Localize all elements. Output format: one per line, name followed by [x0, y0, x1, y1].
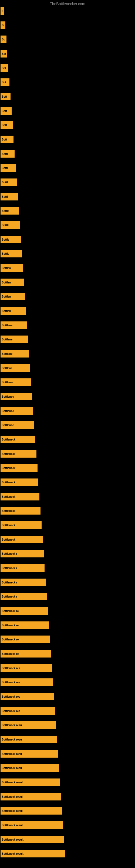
bar: Bottlenec	[1, 393, 32, 400]
bar-item: Bottleneck resul	[1, 807, 62, 814]
bar-label: Bottle	[2, 238, 9, 241]
bar-item: Bottleneck resu	[1, 750, 58, 757]
bar: Bottle	[1, 221, 20, 229]
bar-item: Bottleneck	[1, 464, 38, 472]
bar-item: Bottleneck	[1, 436, 35, 443]
bar-item: Bottlenec	[1, 421, 34, 429]
bar: Bot	[1, 64, 8, 72]
bar-item: Bottlen	[1, 293, 25, 300]
bar-label: Bottleneck	[2, 524, 15, 527]
bar-item: Bottleneck re	[1, 607, 48, 615]
bar-item: Bottleneck resu	[1, 736, 57, 743]
bar: Bottleneck resul	[1, 822, 63, 829]
bar: Bottlene	[1, 364, 30, 372]
bar: Bottlen	[1, 264, 23, 272]
bar: Bottl	[1, 193, 18, 200]
bar-label: Bottleneck res	[2, 681, 20, 684]
bar: Bott	[1, 107, 12, 115]
bar-item: Bottlene	[1, 364, 30, 372]
bar-label: Bottlene	[2, 324, 12, 327]
bar-item: Bot	[1, 79, 9, 86]
bar-item: Bott	[1, 107, 12, 115]
bar-label: Bottleneck resu	[2, 752, 22, 755]
bar-label: Bottlene	[2, 367, 12, 370]
bar: Bottl	[1, 150, 14, 158]
bar-label: Bott	[2, 138, 7, 141]
site-title: TheBottlenecker.com	[0, 0, 135, 7]
bar: Bottlenec	[1, 407, 33, 415]
bar-label: Bottleneck resu	[2, 724, 22, 727]
bar-item: Bott	[1, 93, 10, 100]
bar-label: Bo	[2, 9, 3, 12]
bar-label: Bot	[2, 67, 6, 70]
bar-label: Bottlene	[2, 352, 12, 355]
bar-item: Bott	[1, 135, 13, 143]
bar: Bottleneck	[1, 493, 39, 500]
bar-item: Bottlene	[1, 350, 29, 358]
bar-item: Bottleneck	[1, 521, 42, 529]
bar-label: Bottleneck re	[2, 624, 18, 627]
bar: Bottleneck	[1, 478, 38, 486]
bar-label: Bottle	[2, 252, 9, 255]
bar-label: Bot	[2, 38, 5, 41]
bar: Bottleneck r	[1, 593, 47, 600]
bar: Bottleneck result	[1, 850, 65, 858]
bar-item: Bo	[1, 22, 5, 29]
bar: Bottleneck resul	[1, 778, 60, 786]
bar-item: Bottleneck resu	[1, 721, 56, 729]
bar-label: Bottlen	[2, 281, 11, 284]
bar-item: Bott	[1, 121, 13, 129]
bar: Bottleneck resu	[1, 736, 57, 743]
bar: Bottlenec	[1, 421, 34, 429]
bar: Bottleneck re	[1, 650, 51, 657]
bar-label: Bottleneck re	[2, 610, 18, 613]
bar: Bottlene	[1, 350, 29, 358]
bar: Bottleneck resu	[1, 721, 56, 729]
bar: Bottlene	[1, 336, 28, 343]
bar-label: Bottleneck re	[2, 638, 18, 641]
bar: Bottle	[1, 236, 21, 243]
bar: Bottleneck r	[1, 564, 45, 572]
bar-label: Bottleneck res	[2, 695, 20, 698]
bar: Bottleneck r	[1, 550, 44, 557]
bar-item: Bottle	[1, 250, 22, 257]
bar-item: Bottl	[1, 150, 14, 158]
bar: Bott	[1, 135, 13, 143]
bar: Bottle	[1, 207, 19, 215]
bar-item: Bottleneck r	[1, 579, 46, 586]
bar: Bottleneck re	[1, 636, 50, 643]
bar: Bottleneck resul	[1, 807, 62, 814]
bar: Bottleneck	[1, 450, 37, 458]
bar-item: Bottleneck r	[1, 593, 47, 600]
bar-label: Bott	[2, 110, 7, 113]
bar: Bottleneck res	[1, 678, 53, 686]
bar-label: Bottl	[2, 152, 8, 155]
bar: Bottleneck re	[1, 621, 49, 629]
bar-label: Bottleneck	[2, 467, 15, 469]
bar-label: Bottleneck resu	[2, 738, 22, 741]
bar-label: Bot	[2, 81, 6, 84]
bar-item: Bottleneck resul	[1, 822, 63, 829]
bar-label: Bottle	[2, 209, 9, 212]
bar: Bo	[1, 7, 4, 14]
bar-item: Bottleneck re	[1, 650, 51, 657]
bar-label: Bottlen	[2, 267, 11, 270]
bar-item: Bottlene	[1, 321, 27, 329]
bar-label: Bottleneck	[2, 453, 15, 456]
bar-item: Bottleneck	[1, 478, 38, 486]
bar: Bo	[1, 22, 5, 29]
bar-item: Bottl	[1, 164, 16, 172]
bar-item: Bottl	[1, 193, 18, 200]
bar-label: Bottl	[2, 195, 8, 198]
bar-label: Bottleneck resul	[2, 824, 23, 827]
bar: Bottl	[1, 179, 17, 186]
bar-item: Bottleneck res	[1, 664, 52, 672]
bar: Bottleneck	[1, 536, 43, 543]
bar-item: Bot	[1, 64, 8, 72]
bar-item: Bottleneck resul	[1, 793, 61, 801]
bar-label: Bottleneck res	[2, 710, 20, 713]
bar-item: Bottleneck re	[1, 621, 49, 629]
bar-item: Bottlen	[1, 307, 26, 315]
bar-item: Bottleneck	[1, 507, 41, 515]
bar: Bottleneck resu	[1, 750, 58, 757]
